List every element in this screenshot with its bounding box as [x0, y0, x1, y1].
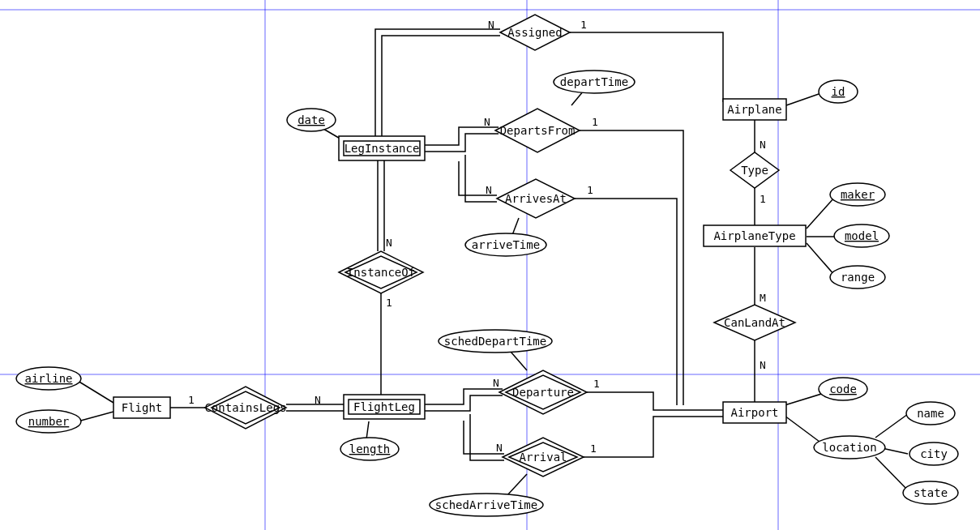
- svg-line-15: [807, 243, 835, 276]
- svg-line-20: [875, 414, 908, 438]
- attr-length: length: [340, 438, 399, 460]
- svg-text:name: name: [917, 407, 944, 420]
- svg-text:schedArriveTime: schedArriveTime: [435, 498, 537, 511]
- svg-text:ArrivesAt: ArrivesAt: [505, 192, 567, 205]
- svg-text:DepartsFrom: DepartsFrom: [500, 124, 576, 137]
- svg-text:Arrival: Arrival: [519, 451, 567, 464]
- svg-text:ContainsLegs: ContainsLegs: [204, 401, 286, 414]
- card-canlandat-top: M: [760, 292, 766, 304]
- entity-airplanetype: AirplaneType: [704, 225, 806, 246]
- attr-date: date: [287, 109, 336, 131]
- svg-text:departTime: departTime: [560, 75, 628, 88]
- svg-text:number: number: [28, 415, 70, 428]
- card-departsfrom-left: N: [484, 116, 490, 128]
- card-containslegs-left: 1: [188, 394, 195, 406]
- card-type-top: N: [760, 139, 766, 151]
- card-instanceof-bottom: 1: [386, 297, 392, 309]
- svg-line-25: [511, 352, 527, 370]
- card-arrivesat-right: 1: [587, 184, 593, 196]
- entity-flight-label: Flight: [122, 401, 163, 414]
- attr-maker: maker: [830, 183, 885, 206]
- svg-line-26: [507, 474, 527, 496]
- svg-line-19: [785, 416, 823, 444]
- attr-code: code: [819, 378, 867, 400]
- svg-text:InstanceOf: InstanceOf: [347, 266, 415, 279]
- svg-line-8: [78, 412, 113, 421]
- svg-line-24: [512, 218, 519, 235]
- svg-text:arriveTime: arriveTime: [472, 238, 540, 251]
- svg-line-7: [78, 381, 113, 403]
- entity-airport: Airport: [723, 402, 786, 423]
- attr-name: name: [906, 402, 955, 425]
- svg-text:CanLandAt: CanLandAt: [724, 316, 785, 329]
- card-type-bottom: 1: [760, 193, 766, 205]
- attr-id: id: [819, 80, 858, 103]
- card-departure-left: N: [493, 377, 499, 389]
- attr-schedarrivetime: schedArriveTime: [430, 494, 543, 516]
- svg-text:AirplaneType: AirplaneType: [713, 229, 795, 242]
- svg-text:LegInstance: LegInstance: [344, 142, 420, 155]
- attr-airline: airline: [16, 367, 81, 390]
- card-assigned-left: N: [488, 19, 494, 31]
- attr-departtime: departTime: [554, 71, 635, 93]
- svg-line-13: [807, 197, 835, 229]
- rel-departsfrom: DepartsFrom: [495, 109, 580, 152]
- svg-text:schedDepartTime: schedDepartTime: [444, 335, 546, 348]
- entity-flight: Flight: [113, 397, 170, 418]
- svg-text:Departure: Departure: [512, 386, 574, 399]
- attr-range: range: [830, 266, 885, 289]
- rel-assigned: Assigned: [500, 15, 570, 50]
- svg-text:id: id: [832, 85, 845, 98]
- svg-text:location: location: [822, 441, 876, 454]
- svg-line-21: [882, 448, 908, 454]
- svg-text:length: length: [349, 442, 391, 455]
- entity-airplane: Airplane: [723, 99, 786, 120]
- rel-departure: Departure: [499, 370, 587, 414]
- card-arrivesat-left: N: [486, 184, 492, 196]
- svg-text:state: state: [914, 486, 948, 499]
- svg-text:airline: airline: [24, 372, 72, 385]
- entity-flightleg: FlightLeg: [344, 395, 425, 419]
- card-assigned-right: 1: [580, 19, 587, 31]
- er-diagram-canvas: Flight airline number ContainsLegs 1 N F…: [0, 0, 980, 530]
- svg-text:code: code: [829, 383, 857, 395]
- card-canlandat-bottom: N: [760, 359, 766, 371]
- rel-canlandat: CanLandAt: [714, 305, 795, 340]
- svg-text:range: range: [841, 271, 875, 284]
- card-arrival-right: 1: [590, 442, 597, 455]
- card-departsfrom-right: 1: [592, 116, 598, 128]
- svg-text:Airplane: Airplane: [727, 103, 781, 116]
- entity-leginstance: LegInstance: [339, 136, 425, 160]
- card-departure-right: 1: [593, 378, 600, 390]
- svg-text:city: city: [920, 447, 948, 460]
- rel-arrival: Arrival: [503, 438, 584, 477]
- rel-type: Type: [730, 152, 779, 188]
- attr-location: location: [814, 436, 885, 459]
- svg-text:FlightLeg: FlightLeg: [353, 400, 415, 413]
- svg-text:Airport: Airport: [730, 406, 778, 419]
- svg-text:Assigned: Assigned: [507, 26, 562, 39]
- rel-containslegs: ContainsLegs: [204, 387, 286, 429]
- rel-arrivesat: ArrivesAt: [497, 179, 575, 218]
- svg-line-9: [366, 421, 369, 439]
- svg-text:date: date: [297, 113, 325, 126]
- svg-line-22: [875, 457, 908, 490]
- attr-state: state: [903, 481, 958, 504]
- attr-arrivetime: arriveTime: [465, 233, 546, 256]
- attr-scheddeparttime: schedDepartTime: [439, 330, 552, 353]
- card-instanceof-top: N: [386, 237, 392, 249]
- svg-text:maker: maker: [841, 188, 875, 201]
- attr-model: model: [834, 224, 889, 247]
- card-arrival-left: N: [496, 442, 503, 454]
- rel-instanceof: InstanceOf: [339, 251, 423, 293]
- card-containslegs-right: N: [315, 394, 321, 406]
- attr-city: city: [909, 442, 958, 465]
- svg-line-10: [786, 94, 819, 105]
- svg-text:model: model: [845, 229, 879, 242]
- svg-text:Type: Type: [741, 164, 768, 177]
- attr-number: number: [16, 410, 81, 433]
